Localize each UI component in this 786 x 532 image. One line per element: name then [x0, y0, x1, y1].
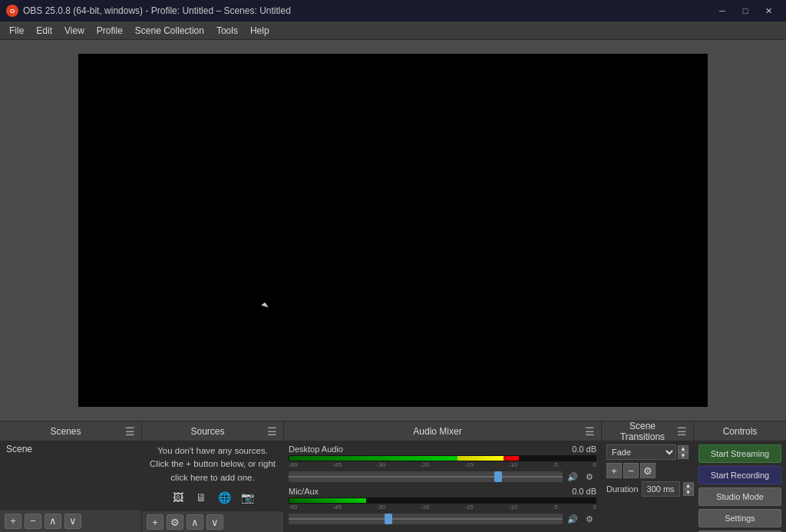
sources-icons: 🖼 🖥 🌐 📷: [169, 489, 256, 507]
maximize-button[interactable]: □: [734, 0, 757, 21]
transitions-panel-menu-icon[interactable]: ☰: [677, 425, 687, 438]
transition-spin-up[interactable]: ▲: [678, 445, 689, 452]
start-streaming-button[interactable]: Start Streaming: [698, 444, 781, 463]
audio-desktop-meter: [289, 455, 596, 461]
duration-spin: ▲ ▼: [683, 482, 694, 496]
menu-view[interactable]: View: [58, 22, 91, 39]
scenes-panel-header: Scenes ☰: [0, 421, 141, 441]
main-content: Scenes ☰ Scene + − ∧ ∨ Sources ☰ You don…: [0, 40, 786, 532]
audio-track-desktop-name: Desktop Audio: [289, 444, 343, 454]
sources-add-button[interactable]: +: [147, 514, 163, 530]
studio-mode-button[interactable]: Studio Mode: [698, 487, 781, 506]
svg-text:O: O: [10, 8, 15, 15]
window-title: OBS 25.0.8 (64-bit, windows) - Profile: …: [23, 5, 711, 16]
scenes-panel: Scenes ☰ Scene + − ∧ ∨: [0, 421, 142, 532]
audio-panel-title: Audio Mixer: [290, 426, 585, 437]
audio-desktop-mute-icon[interactable]: 🔊: [566, 470, 580, 484]
cursor-indicator: [261, 302, 269, 310]
duration-input[interactable]: [642, 481, 680, 497]
duration-row: Duration ▲ ▼: [606, 481, 689, 497]
preview-area: [0, 40, 786, 421]
audio-desktop-settings-icon[interactable]: ⚙: [583, 470, 596, 484]
controls-panel: Controls Start Streaming Start Recording…: [694, 421, 786, 532]
audio-mic-settings-icon[interactable]: ⚙: [583, 512, 596, 526]
sources-empty-text: You don't have any sources. Click the + …: [150, 444, 276, 484]
meter-yellow: [457, 456, 504, 461]
menu-edit[interactable]: Edit: [30, 22, 58, 39]
bottom-panels: Scenes ☰ Scene + − ∧ ∨ Sources ☰ You don…: [0, 421, 786, 532]
scenes-add-button[interactable]: +: [5, 514, 21, 529]
minimize-button[interactable]: ─: [711, 0, 734, 21]
duration-up-button[interactable]: ▲: [683, 482, 694, 489]
sources-panel: Sources ☰ You don't have any sources. Cl…: [142, 421, 284, 532]
window-controls: ─ □ ✕: [711, 0, 780, 21]
sources-panel-footer: + ⚙ ∧ ∨: [142, 511, 283, 532]
fader-handle-mic[interactable]: [385, 514, 392, 524]
audio-track-mic-name: Mic/Aux: [289, 487, 319, 496]
scenes-move-down-button[interactable]: ∨: [64, 514, 81, 529]
transition-remove-button[interactable]: −: [623, 463, 639, 478]
transition-add-row: + − ⚙: [606, 463, 689, 478]
close-button[interactable]: ✕: [757, 0, 780, 21]
transition-add-button[interactable]: +: [606, 463, 622, 478]
sources-panel-title: Sources: [148, 426, 267, 437]
source-camera-icon[interactable]: 📷: [238, 489, 256, 507]
audio-track-mic-header: Mic/Aux 0.0 dB: [289, 487, 596, 496]
meter-empty: [366, 498, 596, 503]
audio-desktop-fader[interactable]: [289, 471, 563, 482]
transition-settings-button[interactable]: ⚙: [640, 463, 656, 478]
meter-empty: [519, 456, 596, 461]
meter-green: [289, 456, 457, 461]
controls-content: Start Streaming Start Recording Studio M…: [694, 441, 786, 532]
transition-spin-down[interactable]: ▼: [678, 452, 689, 459]
preview-canvas: [78, 54, 708, 407]
transitions-panel-title: Scene Transitions: [608, 421, 677, 442]
duration-label: Duration: [606, 484, 639, 494]
menu-tools[interactable]: Tools: [210, 22, 244, 39]
duration-down-button[interactable]: ▼: [683, 489, 694, 496]
fader-track: [289, 476, 563, 477]
transition-select-row: Fade Cut ▲ ▼: [606, 444, 689, 460]
transitions-content: Fade Cut ▲ ▼ + − ⚙ Duration: [602, 441, 693, 532]
scenes-remove-button[interactable]: −: [25, 514, 41, 529]
audio-mic-mute-icon[interactable]: 🔊: [566, 512, 580, 526]
controls-panel-header: Controls: [694, 421, 786, 441]
audio-mic-meter: [289, 497, 596, 504]
source-display-icon[interactable]: 🖥: [192, 489, 210, 507]
transition-select[interactable]: Fade Cut: [606, 444, 676, 460]
sources-empty-message[interactable]: You don't have any sources. Click the + …: [142, 441, 283, 511]
audio-track-mic-db: 0.0 dB: [572, 487, 596, 496]
audio-panel-header: Audio Mixer ☰: [284, 421, 601, 441]
titlebar: O OBS 25.0.8 (64-bit, windows) - Profile…: [0, 0, 786, 21]
audio-mic-fader[interactable]: [289, 514, 563, 524]
audio-mixer-panel: Audio Mixer ☰ Desktop Audio 0.0 dB: [284, 421, 602, 532]
start-recording-button[interactable]: Start Recording: [698, 466, 781, 484]
fader-track: [289, 518, 563, 520]
audio-track-desktop-header: Desktop Audio 0.0 dB: [289, 444, 596, 454]
settings-button[interactable]: Settings: [698, 509, 781, 527]
audio-panel-menu-icon[interactable]: ☰: [585, 425, 595, 438]
menu-profile[interactable]: Profile: [91, 22, 129, 39]
scenes-list: Scene: [0, 441, 141, 509]
sources-move-up-button[interactable]: ∧: [187, 514, 203, 530]
menu-file[interactable]: File: [3, 22, 30, 39]
audio-track-mic: Mic/Aux 0.0 dB -60-45-30-20-15-10-50: [289, 487, 596, 526]
scene-item[interactable]: Scene: [0, 441, 141, 457]
sources-settings-button[interactable]: ⚙: [167, 514, 183, 530]
meter-green: [289, 498, 366, 503]
meter-red: [504, 456, 519, 461]
audio-mic-fader-row: 🔊 ⚙: [289, 512, 596, 526]
sources-panel-menu-icon[interactable]: ☰: [267, 425, 277, 438]
source-browser-icon[interactable]: 🌐: [215, 489, 233, 507]
scenes-move-up-button[interactable]: ∧: [45, 514, 61, 529]
scenes-panel-title: Scenes: [6, 426, 125, 437]
sources-move-down-button[interactable]: ∨: [206, 514, 223, 530]
menu-scene-collection[interactable]: Scene Collection: [129, 22, 210, 39]
source-image-icon[interactable]: 🖼: [169, 489, 187, 507]
menu-help[interactable]: Help: [244, 22, 276, 39]
scenes-panel-menu-icon[interactable]: ☰: [125, 425, 135, 438]
transitions-panel-header: Scene Transitions ☰: [602, 421, 693, 441]
menubar: File Edit View Profile Scene Collection …: [0, 21, 786, 40]
fader-handle-desktop[interactable]: [494, 471, 502, 482]
audio-scale-mic: -60-45-30-20-15-10-50: [289, 504, 596, 511]
